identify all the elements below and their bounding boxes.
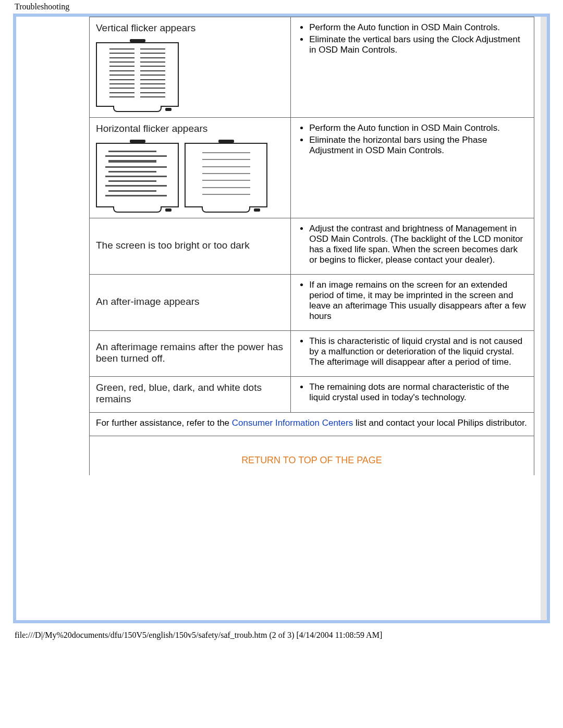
- symptom-cell-afterimage-poweroff: An afterimage remains after the power ha…: [90, 331, 291, 377]
- monitor-icon: [96, 42, 179, 107]
- content-frame: Vertical flicker appears Perform the Aut…: [13, 14, 550, 623]
- return-to-top-link[interactable]: RETURN TO TOP OF THE PAGE: [90, 455, 534, 466]
- solution-item: Eliminate the horizontal bars using the …: [309, 135, 528, 156]
- file-path-line: file:///D|/My%20documents/dfu/150V5/engl…: [0, 623, 563, 645]
- symptom-title: An after-image appears: [96, 296, 200, 307]
- monitor-icon: [96, 143, 179, 207]
- symptom-title: Green, red, blue, dark, and white dots r…: [96, 382, 262, 404]
- solution-cell: Perform the Auto function in OSD Main Co…: [291, 118, 534, 218]
- solution-item: Adjust the contrast and brightness of Ma…: [309, 224, 528, 265]
- solution-item: This is characteristic of liquid crystal…: [309, 336, 528, 367]
- symptom-cell-bright-dark: The screen is too bright or too dark: [90, 218, 291, 275]
- symptom-title: Horizontal flicker appears: [96, 123, 284, 134]
- symptom-cell-horizontal-flicker: Horizontal flicker appears: [90, 118, 291, 218]
- footer-text-after: list and contact your local Philips dist…: [353, 418, 527, 428]
- page-header: Troubleshooting: [0, 0, 563, 14]
- solution-cell: Perform the Auto function in OSD Main Co…: [291, 17, 534, 118]
- monitor-icon: [185, 143, 267, 207]
- symptom-cell-afterimage: An after-image appears: [90, 275, 291, 331]
- symptom-title: Vertical flicker appears: [96, 22, 284, 34]
- solution-item: The remaining dots are normal characteri…: [309, 382, 528, 403]
- solution-item: Perform the Auto function in OSD Main Co…: [309, 123, 528, 133]
- solution-item: Perform the Auto function in OSD Main Co…: [309, 22, 528, 33]
- right-strip: [541, 17, 547, 620]
- solution-cell: If an image remains on the screen for an…: [291, 275, 534, 331]
- solution-cell: The remaining dots are normal characteri…: [291, 377, 534, 413]
- symptom-title: The screen is too bright or too dark: [96, 240, 250, 251]
- symptom-cell-dots: Green, red, blue, dark, and white dots r…: [90, 377, 291, 413]
- footer-text-before: For further assistance, refer to the: [96, 418, 232, 428]
- return-container: RETURN TO TOP OF THE PAGE: [89, 436, 534, 475]
- solution-cell: This is characteristic of liquid crystal…: [291, 331, 534, 377]
- symptom-title: An afterimage remains after the power ha…: [96, 341, 283, 364]
- symptom-cell-vertical-flicker: Vertical flicker appears: [90, 17, 291, 118]
- footer-cell: For further assistance, refer to the Con…: [90, 413, 534, 436]
- solution-item: Eliminate the vertical bars using the Cl…: [309, 34, 528, 55]
- troubleshooting-table: Vertical flicker appears Perform the Aut…: [89, 17, 534, 436]
- consumer-info-link[interactable]: Consumer Information Centers: [232, 418, 353, 428]
- solution-item: If an image remains on the screen for an…: [309, 280, 528, 322]
- solution-cell: Adjust the contrast and brightness of Ma…: [291, 218, 534, 275]
